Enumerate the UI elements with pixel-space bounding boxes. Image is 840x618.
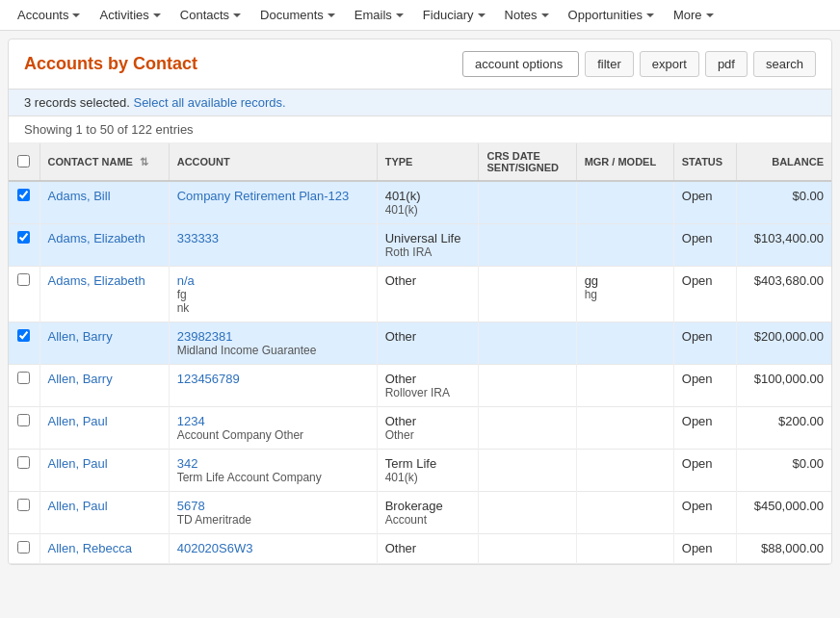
row-checkbox-cell[interactable] [9,224,39,267]
contact-name-cell: Allen, Rebecca [39,534,169,564]
col-crs-date: CRS DateSent/Signed [479,143,576,181]
crs-date-cell [479,534,576,564]
row-checkbox-cell[interactable] [9,365,39,407]
account-link[interactable]: 123456789 [177,372,369,386]
page-title: Accounts by Contact [24,54,197,74]
account-options-button[interactable]: account options [462,51,579,77]
col-status: Status [673,143,737,181]
row-checkbox-cell[interactable] [9,322,39,365]
row-checkbox[interactable] [17,456,30,469]
row-checkbox[interactable] [17,189,30,201]
mgr-model-cell [576,450,673,492]
select-all-link[interactable]: Select all available records. [133,95,285,110]
row-checkbox[interactable] [17,541,30,554]
nav-more[interactable]: More [664,0,723,30]
contact-link[interactable]: Allen, Rebecca [48,541,132,555]
contacts-caret-icon [233,13,241,17]
contact-link[interactable]: Adams, Elizabeth [48,273,145,288]
sort-icon: ⇅ [140,156,148,168]
mgr-model-cell [576,534,673,564]
select-all-checkbox[interactable] [17,155,30,167]
top-nav: Accounts Activities Contacts Documents E… [0,0,840,31]
account-link[interactable]: Company Retirement Plan-123 [177,189,369,203]
export-button[interactable]: export [640,51,699,77]
contact-link[interactable]: Allen, Barry [48,372,113,386]
documents-caret-icon [328,13,335,17]
account-sub-text: fg [177,288,369,301]
row-checkbox-cell[interactable] [9,492,39,534]
nav-notes[interactable]: Notes [495,0,559,30]
row-checkbox[interactable] [17,499,30,511]
account-link[interactable]: n/a [177,273,369,288]
nav-opportunities[interactable]: Opportunities [559,0,664,30]
contact-name-cell: Allen, Paul [39,407,169,450]
account-link[interactable]: 5678 [177,499,369,513]
notes-caret-icon [541,13,549,17]
type-cell: Term Life401(k) [377,450,479,492]
header-buttons: account options filter export pdf search [462,51,816,77]
contact-link[interactable]: Allen, Paul [48,499,108,513]
type-text: Other [385,273,471,288]
account-link[interactable]: 342 [177,456,369,471]
crs-date-cell [479,450,576,492]
type-text: Other [385,541,471,555]
account-link[interactable]: 1234 [177,414,369,428]
table-container: Contact Name ⇅ Account Type CRS DateSent… [9,143,831,564]
row-checkbox[interactable] [17,273,30,286]
account-link[interactable]: 402020S6W3 [177,541,369,555]
opportunities-caret-icon [646,13,654,17]
fiduciary-caret-icon [478,13,486,17]
type-cell: OtherRollover IRA [377,365,479,407]
status-cell: Open [673,492,737,534]
table-row: Adams, BillCompany Retirement Plan-12340… [9,181,831,224]
mgr-model-cell [576,181,673,224]
mgr-model-cell [576,224,673,267]
contact-link[interactable]: Adams, Bill [48,189,111,203]
type-sub-text: Other [385,428,471,442]
select-all-checkbox-col[interactable] [9,143,39,181]
search-button[interactable]: search [753,51,816,77]
account-link[interactable]: 23982381 [177,329,369,344]
contact-link[interactable]: Adams, Elizabeth [48,231,145,245]
balance-cell: $0.00 [737,181,831,224]
row-checkbox-cell[interactable] [9,181,39,224]
account-link[interactable]: 333333 [177,231,369,245]
row-checkbox-cell[interactable] [9,450,39,492]
mgr-model-cell [576,365,673,407]
balance-cell: $103,400.00 [737,224,831,267]
selected-count-text: 3 records selected. [24,95,130,110]
table-row: Allen, Rebecca402020S6W3OtherOpen$88,000… [9,534,831,564]
account-sub-text: TD Ameritrade [177,513,369,527]
row-checkbox-cell[interactable] [9,534,39,564]
nav-documents[interactable]: Documents [250,0,345,30]
row-checkbox[interactable] [17,231,30,244]
col-mgr-model: MGR / Model [576,143,673,181]
type-sub-text: Rollover IRA [385,386,471,399]
account-cell: 123456789 [169,365,377,407]
col-contact-name[interactable]: Contact Name ⇅ [39,143,169,181]
row-checkbox-cell[interactable] [9,267,39,322]
contact-link[interactable]: Allen, Paul [48,414,108,428]
mgr-model-cell [576,492,673,534]
account-cell: n/afgnk [169,267,377,322]
account-cell: 1234Account Company Other [169,407,377,450]
row-checkbox-cell[interactable] [9,407,39,450]
type-text: Universal Life [385,231,471,245]
row-checkbox[interactable] [17,414,30,426]
table-row: Allen, Paul342Term Life Account CompanyT… [9,450,831,492]
type-cell: Other [377,267,479,322]
col-account: Account [169,143,377,181]
contact-link[interactable]: Allen, Paul [48,456,108,471]
balance-cell: $0.00 [737,450,831,492]
nav-fiduciary[interactable]: Fiduciary [413,0,495,30]
filter-button[interactable]: filter [585,51,634,77]
nav-emails[interactable]: Emails [345,0,413,30]
pdf-button[interactable]: pdf [705,51,748,77]
row-checkbox[interactable] [17,372,30,384]
nav-accounts[interactable]: Accounts [8,0,90,30]
nav-activities[interactable]: Activities [90,0,170,30]
nav-contacts[interactable]: Contacts [171,0,250,30]
row-checkbox[interactable] [17,329,30,342]
contact-link[interactable]: Allen, Barry [48,329,113,344]
mgr-text: gg [585,273,666,288]
